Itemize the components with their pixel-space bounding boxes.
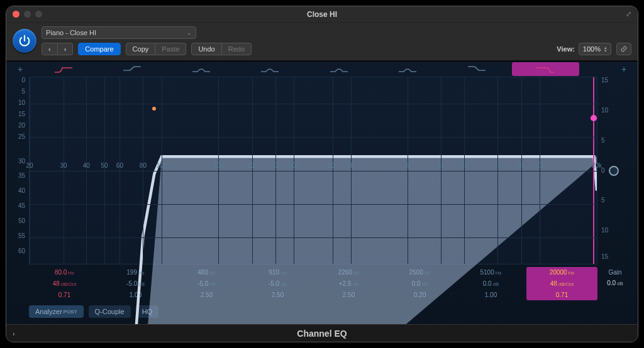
traffic-lights xyxy=(13,11,42,18)
band-type-button-2[interactable] xyxy=(99,62,167,76)
master-gain-value[interactable]: 0.0 xyxy=(607,280,616,286)
paste-button[interactable]: Paste xyxy=(155,43,186,55)
preset-nav: ‹ › xyxy=(42,43,73,55)
gain-label: Gain xyxy=(597,267,633,278)
band-params-8[interactable]: 20000Hz48dB/Oct0.71 xyxy=(526,267,597,300)
chevron-down-icon: ⌄ xyxy=(187,30,192,36)
footer-disclosure-icon[interactable]: › xyxy=(13,330,15,337)
master-gain-readout: Gain 0.0dB xyxy=(597,267,633,300)
q-couple-button[interactable]: Q-Couple xyxy=(89,305,131,318)
expand-icon[interactable]: ⤢ xyxy=(626,10,631,18)
highpass-handle[interactable] xyxy=(152,107,156,111)
bottom-buttons: AnalyzerPOST Q-Couple HQ xyxy=(6,300,638,324)
band-type-button-6[interactable] xyxy=(374,62,442,76)
gain-y-axis: 15105051015 xyxy=(597,77,620,264)
band-type-button-8[interactable] xyxy=(512,62,580,76)
analyzer-button[interactable]: AnalyzerPOST xyxy=(29,305,84,318)
band-type-button-3[interactable] xyxy=(167,62,235,76)
add-band-right[interactable]: + xyxy=(615,64,633,74)
link-button[interactable] xyxy=(616,43,631,55)
band-params-6[interactable]: 2500Hz0.0dB0.20 xyxy=(384,267,455,300)
close-icon[interactable] xyxy=(13,11,19,18)
title-bar: Close HI ⤢ xyxy=(6,6,638,23)
hq-button[interactable]: HQ xyxy=(136,305,159,318)
power-button[interactable] xyxy=(13,29,36,53)
band-type-button-1[interactable] xyxy=(30,62,97,76)
analyzer-y-axis: 051015202530354045505560 xyxy=(11,77,29,264)
zoom-value: 100% xyxy=(583,45,601,53)
redo-button[interactable]: Redo xyxy=(222,43,252,55)
toolbar: Piano - Close HI ⌄ ‹ › Compare Copy Past… xyxy=(6,23,638,61)
band-type-button-4[interactable] xyxy=(236,62,304,76)
zoom-stepper[interactable]: 100% ▴▾ xyxy=(579,43,611,55)
band-type-button-7[interactable] xyxy=(443,62,511,76)
toolbar-inner: Piano - Close HI ⌄ ‹ › Compare Copy Past… xyxy=(42,26,631,55)
band-params-1[interactable]: 80.0Hz48dB/Oct0.71 xyxy=(29,267,100,300)
next-preset-button[interactable]: › xyxy=(58,43,74,55)
preset-select[interactable]: Piano - Close HI ⌄ xyxy=(42,26,196,39)
band-params-7[interactable]: 5100Hz0.0dB1.00 xyxy=(455,267,526,300)
band-params-3[interactable]: 480Hz-5.0dB2.50 xyxy=(171,267,242,300)
window-title: Close HI xyxy=(307,10,337,19)
graph-row: 051015202530354045505560 203040506080100… xyxy=(6,77,638,264)
plugin-window: Close HI ⤢ Piano - Close HI ⌄ ‹ › Compar… xyxy=(6,6,638,342)
add-band-left[interactable]: + xyxy=(11,64,29,74)
band-params-5[interactable]: 2260Hz+2.5dB2.50 xyxy=(313,267,384,300)
plugin-footer: › Channel EQ xyxy=(6,324,638,342)
lowpass-handle[interactable] xyxy=(591,115,597,121)
master-gain-slider[interactable] xyxy=(609,166,619,176)
band-selector-row: + + xyxy=(6,62,638,77)
eq-plugin-body: + + 051015202530354045505560 20304050608… xyxy=(6,61,638,324)
minimize-icon[interactable] xyxy=(24,11,31,18)
band-params-2[interactable]: 199Hz-5.0dB1.00 xyxy=(100,267,171,300)
view-label: View: xyxy=(557,45,575,53)
eq-graph[interactable]: 2030405060801002003004005008001k2k3k4k6k… xyxy=(29,77,597,264)
undo-button[interactable]: Undo xyxy=(191,43,221,55)
band-params-row: 80.0Hz48dB/Oct0.71199Hz-5.0dB1.00480Hz-5… xyxy=(6,264,638,300)
plugin-name: Channel EQ xyxy=(297,329,347,339)
stepper-icon: ▴▾ xyxy=(604,46,607,52)
copy-button[interactable]: Copy xyxy=(126,43,156,55)
preset-name: Piano - Close HI xyxy=(46,29,96,36)
zoom-icon[interactable] xyxy=(35,11,42,18)
band-type-button-5[interactable] xyxy=(305,62,373,76)
band-params-4[interactable]: 910Hz-5.0dB2.50 xyxy=(242,267,313,300)
compare-button[interactable]: Compare xyxy=(78,43,120,55)
prev-preset-button[interactable]: ‹ xyxy=(42,43,58,55)
